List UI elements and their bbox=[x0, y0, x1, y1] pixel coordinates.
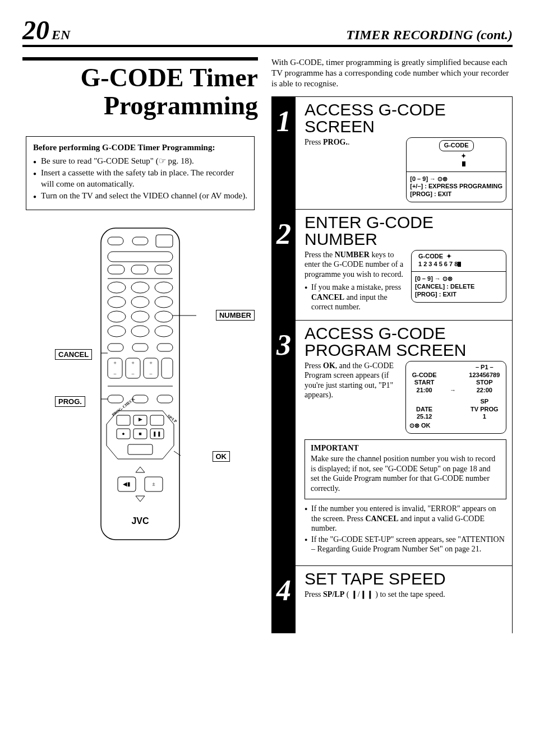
svg-point-10 bbox=[131, 282, 149, 293]
svg-rect-6 bbox=[131, 265, 148, 274]
svg-text:●: ● bbox=[122, 431, 124, 437]
svg-point-9 bbox=[108, 282, 126, 293]
important-title: IMPORTANT bbox=[311, 443, 500, 453]
intro-paragraph: With G-CODE, timer programming is greatl… bbox=[271, 57, 513, 89]
before-performing-box: Before performing G-CODE Timer Programmi… bbox=[26, 136, 255, 210]
prep-item: Be sure to read "G-CODE Setup" (☞ pg. 18… bbox=[33, 156, 247, 167]
prep-title: Before performing G-CODE Timer Programmi… bbox=[33, 142, 247, 154]
page-lang: EN bbox=[52, 27, 70, 42]
svg-rect-1 bbox=[108, 237, 123, 245]
svg-rect-22 bbox=[132, 344, 148, 351]
step-title: ACCESS G-CODE SCREEN bbox=[305, 101, 506, 135]
svg-text:+: + bbox=[113, 360, 117, 366]
step-3: 3 ACCESS G-CODE PROGRAM SCREEN Press OK,… bbox=[272, 321, 512, 566]
svg-point-15 bbox=[108, 311, 126, 322]
svg-rect-38 bbox=[157, 395, 173, 403]
svg-rect-5 bbox=[108, 265, 124, 274]
svg-text:▶: ▶ bbox=[139, 416, 142, 422]
svg-text:±: ± bbox=[152, 481, 155, 487]
svg-point-20 bbox=[155, 326, 173, 337]
step-1: 1 ACCESS G-CODE SCREEN Press PROG.. G-CO… bbox=[272, 97, 512, 210]
remote-progcheck-label: PROG. CHECK bbox=[111, 396, 136, 417]
svg-rect-47 bbox=[128, 444, 153, 454]
svg-rect-0 bbox=[101, 228, 179, 540]
svg-text:❚❚: ❚❚ bbox=[153, 431, 162, 437]
svg-text:−: − bbox=[113, 371, 117, 377]
section-title: TIMER RECORDING (cont.) bbox=[346, 27, 513, 43]
important-text: Make sure the channel position number yo… bbox=[311, 454, 500, 493]
svg-text:+: + bbox=[149, 360, 153, 366]
svg-rect-21 bbox=[108, 344, 123, 351]
important-note: IMPORTANT Make sure the channel position… bbox=[305, 439, 506, 500]
svg-text:−: − bbox=[131, 371, 135, 377]
step-number: 3 bbox=[272, 321, 296, 565]
step-number: 4 bbox=[272, 566, 296, 633]
step-title: ACCESS G-CODE PROGRAM SCREEN bbox=[305, 325, 506, 359]
step-body: Press SP/LP ( ❙/❙❙ ) to set the tape spe… bbox=[305, 590, 506, 600]
svg-rect-28 bbox=[162, 358, 173, 378]
svg-text:◀▮: ◀▮ bbox=[123, 481, 131, 487]
remote-diagram: NUMBER CANCEL PROG. OK bbox=[22, 227, 258, 563]
step-number: 2 bbox=[272, 210, 296, 320]
svg-point-17 bbox=[155, 311, 173, 322]
steps-container: 1 ACCESS G-CODE SCREEN Press PROG.. G-CO… bbox=[271, 96, 513, 633]
step-body: Press PROG.. bbox=[305, 137, 400, 147]
onscreen-display: G-CODE✦ [0 – 9] → ⊙⊗ [+/–] : EXPRESS PRO… bbox=[406, 137, 506, 202]
prep-item: Insert a cassette with the safety tab in… bbox=[33, 168, 247, 189]
step-4: 4 SET TAPE SPEED Press SP/LP ( ❙/❙❙ ) to… bbox=[272, 566, 512, 633]
svg-point-11 bbox=[155, 282, 173, 293]
onscreen-program-display: – P1 – G-CODE123456789 STARTSTOP 21:00→2… bbox=[405, 361, 506, 434]
step-note: If the "G-CODE SET-UP" screen appears, s… bbox=[305, 535, 506, 554]
svg-text:−: − bbox=[149, 371, 153, 377]
remote-label-cancel: CANCEL bbox=[55, 349, 92, 360]
svg-point-13 bbox=[131, 296, 149, 308]
step-note: If the number you entered is invalid, "E… bbox=[305, 504, 506, 534]
svg-rect-36 bbox=[108, 395, 123, 403]
step-title: SET TAPE SPEED bbox=[305, 571, 506, 587]
svg-point-16 bbox=[131, 311, 149, 322]
remote-label-ok: OK bbox=[213, 451, 230, 462]
prep-list: Be sure to read "G-CODE Setup" (☞ pg. 18… bbox=[33, 156, 247, 202]
svg-rect-2 bbox=[132, 237, 148, 245]
prep-item: Turn on the TV and select the VIDEO chan… bbox=[33, 191, 247, 202]
step-body: Press OK, and the G-CODE Program screen … bbox=[305, 361, 400, 400]
page-number: 20 bbox=[22, 15, 49, 45]
page-header: 20EN TIMER RECORDING (cont.) bbox=[22, 17, 513, 47]
svg-point-12 bbox=[108, 296, 126, 308]
remote-svg: + − + − + − bbox=[84, 227, 196, 541]
remote-label-prog: PROG. bbox=[55, 396, 85, 407]
onscreen-display: G-CODE ✦1 2 3 4 5 6 7 8 [0 – 9] → ⊙⊗ [CA… bbox=[411, 250, 506, 303]
svg-marker-54 bbox=[136, 496, 145, 502]
step-title: ENTER G-CODE NUMBER bbox=[305, 214, 506, 248]
svg-point-18 bbox=[108, 326, 126, 337]
step-body: Press the NUMBER keys to enter the G-COD… bbox=[305, 250, 405, 313]
page-number-block: 20EN bbox=[22, 17, 70, 44]
svg-rect-41 bbox=[117, 415, 130, 425]
svg-rect-43 bbox=[150, 415, 164, 425]
svg-rect-4 bbox=[108, 252, 173, 262]
svg-rect-23 bbox=[157, 344, 173, 351]
svg-point-14 bbox=[155, 296, 173, 308]
svg-rect-7 bbox=[155, 265, 172, 274]
svg-text:+: + bbox=[131, 360, 135, 366]
svg-marker-53 bbox=[136, 467, 145, 472]
svg-text:■: ■ bbox=[139, 431, 141, 437]
remote-brand: JVC bbox=[131, 516, 149, 526]
step-number: 1 bbox=[272, 97, 296, 209]
step3-extra-notes: If the number you entered is invalid, "E… bbox=[305, 504, 506, 554]
svg-point-19 bbox=[131, 326, 149, 337]
step-2: 2 ENTER G-CODE NUMBER Press the NUMBER k… bbox=[272, 210, 512, 321]
svg-rect-3 bbox=[156, 235, 173, 247]
main-title: G-CODE Timer Programming bbox=[22, 57, 258, 119]
remote-label-number: NUMBER bbox=[216, 310, 255, 321]
step-note: If you make a mistake, press CANCEL and … bbox=[305, 282, 405, 312]
